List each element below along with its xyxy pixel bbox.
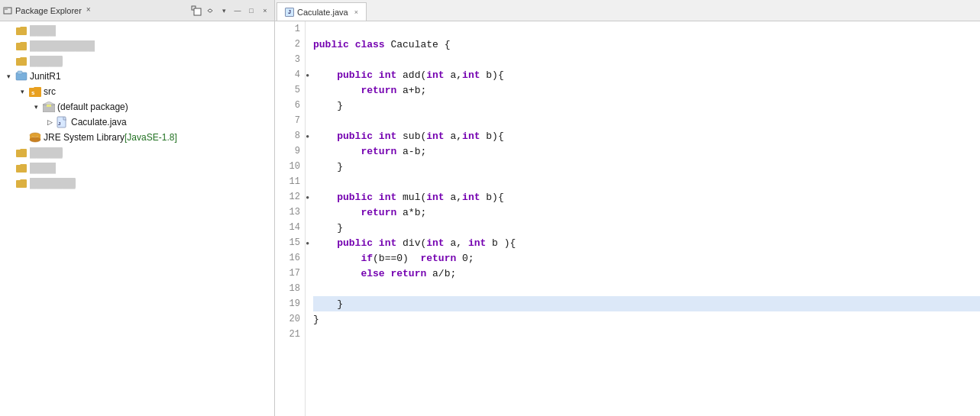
- ln-8: 8: [275, 128, 305, 144]
- ln-9: 9: [275, 144, 305, 159]
- ln-19: 19: [275, 296, 305, 311]
- panel-title: Package Explorer: [15, 6, 82, 15]
- left-panel: Package Explorer × ▾ — □ ×: [0, 0, 275, 416]
- caculate-java-label: Caculate.java: [71, 117, 127, 127]
- code-line-21: [313, 327, 980, 342]
- package-icon: [43, 101, 55, 113]
- tree-item-src[interactable]: ▾ s src: [0, 84, 274, 99]
- code-line-9: return a-b;: [313, 144, 980, 159]
- tab-label: Caculate.java: [297, 8, 348, 17]
- tree-item-junitr1[interactable]: ▾ JunitR1: [0, 69, 274, 84]
- code-line-4: public int add(int a,int b){: [313, 67, 980, 82]
- tree-label: ██████████: [30, 40, 95, 51]
- code-line-20: }: [313, 311, 980, 327]
- arrow-icon: [3, 25, 14, 36]
- view-menu-btn[interactable]: ▾: [218, 5, 230, 17]
- tree-label: █████: [30, 56, 63, 66]
- tab-java-icon: J: [285, 8, 294, 17]
- ln-18: 18: [275, 281, 305, 296]
- svg-rect-9: [47, 105, 51, 107]
- tree-item-default-package[interactable]: ▾ (default package): [0, 99, 274, 114]
- code-editor[interactable]: 1 2 3 4 5 6 7 8 9 10 11 12 13 14 15 16 1…: [275, 21, 980, 416]
- folder-icon: [15, 40, 27, 52]
- code-line-7: [313, 113, 980, 128]
- ln-3: 3: [275, 52, 305, 67]
- tree-item-jre[interactable]: JRE System Library [JavaSE-1.8]: [0, 130, 274, 145]
- ln-6: 6: [275, 98, 305, 113]
- code-line-5: return a+b;: [313, 82, 980, 98]
- tree-label: ████: [30, 25, 56, 36]
- jre-label: JRE System Library: [44, 132, 125, 143]
- ln-17: 17: [275, 266, 305, 281]
- ln-20: 20: [275, 311, 305, 327]
- right-panel: J Caculate.java × 1 2 3 4 5 6 7 8 9 10 1…: [275, 0, 980, 416]
- svg-rect-1: [4, 8, 8, 10]
- tab-caculate-java[interactable]: J Caculate.java ×: [277, 2, 367, 21]
- tree-label: ███████: [30, 178, 76, 189]
- default-package-label: (default package): [57, 102, 128, 112]
- maximize-btn[interactable]: □: [245, 5, 257, 17]
- arrow-icon: [17, 132, 27, 143]
- ln-21: 21: [275, 327, 305, 342]
- ln-10: 10: [275, 159, 305, 174]
- ln-16: 16: [275, 250, 305, 266]
- code-line-19: }: [313, 296, 980, 311]
- junitr1-label: JunitR1: [30, 71, 61, 82]
- code-line-3: [313, 52, 980, 67]
- folder-icon: [15, 177, 27, 189]
- panel-close-x[interactable]: ×: [86, 6, 91, 15]
- tree-item-blurred-9[interactable]: █████: [0, 145, 274, 160]
- src-label: src: [44, 86, 56, 97]
- tree-item-blurred-1[interactable]: ████: [0, 23, 274, 38]
- folder-icon: [15, 162, 27, 174]
- code-line-14: }: [313, 220, 980, 235]
- svg-text:J: J: [58, 121, 60, 126]
- code-line-16: if(b==0) return 0;: [313, 250, 980, 266]
- panel-header-left: Package Explorer ×: [3, 6, 91, 15]
- folder-icon: [15, 55, 27, 67]
- folder-icon: [15, 147, 27, 159]
- line-numbers: 1 2 3 4 5 6 7 8 9 10 11 12 13 14 15 16 1…: [275, 21, 306, 416]
- jre-library-icon: [29, 131, 41, 144]
- link-editor-btn[interactable]: [204, 5, 216, 17]
- arrow-icon: [3, 56, 14, 66]
- svg-point-14: [30, 137, 40, 142]
- editor-tabs: J Caculate.java ×: [275, 0, 980, 21]
- svg-marker-8: [43, 102, 55, 105]
- java-file-icon: J: [57, 116, 69, 128]
- tree-item-caculate-java[interactable]: ▷ J Caculate.java: [0, 114, 274, 130]
- code-line-17: else return a/b;: [313, 266, 980, 281]
- tree-item-blurred-2[interactable]: ██████████: [0, 38, 274, 53]
- ln-4: 4: [275, 67, 305, 82]
- ln-12: 12: [275, 189, 305, 205]
- close-btn[interactable]: ×: [259, 5, 271, 17]
- folder-icon: [15, 24, 27, 37]
- package-explorer-icon: [3, 6, 12, 15]
- code-line-13: return a*b;: [313, 205, 980, 220]
- svg-text:s: s: [31, 89, 35, 96]
- src-folder-icon: s: [29, 85, 41, 98]
- expand-arrow-icon: ▷: [44, 117, 55, 127]
- expand-arrow-icon: ▾: [3, 71, 14, 82]
- panel-header-actions: ▾ — □ ×: [190, 5, 271, 17]
- collapse-all-btn[interactable]: [190, 5, 202, 17]
- arrow-icon: [3, 163, 14, 173]
- expand-arrow-icon: ▾: [17, 86, 27, 97]
- code-line-6: }: [313, 98, 980, 113]
- arrow-icon: [3, 40, 14, 51]
- tree-item-blurred-10[interactable]: ████: [0, 160, 274, 176]
- tree-label: ████: [30, 163, 56, 173]
- code-line-2: public class Caculate {: [313, 37, 980, 52]
- main-container: Package Explorer × ▾ — □ ×: [0, 0, 980, 416]
- minimize-btn[interactable]: —: [231, 5, 244, 17]
- panel-header: Package Explorer × ▾ — □ ×: [0, 0, 274, 21]
- tree-item-blurred-11[interactable]: ███████: [0, 176, 274, 191]
- tab-close-btn[interactable]: ×: [354, 8, 358, 16]
- svg-rect-5: [18, 71, 22, 74]
- ln-1: 1: [275, 21, 305, 37]
- package-explorer-tree[interactable]: ████ ██████████: [0, 21, 274, 416]
- code-line-8: public int sub(int a,int b){: [313, 128, 980, 144]
- code-content: public class Caculate { public int add(i…: [306, 21, 980, 416]
- ln-14: 14: [275, 220, 305, 235]
- tree-item-blurred-3[interactable]: █████: [0, 53, 274, 69]
